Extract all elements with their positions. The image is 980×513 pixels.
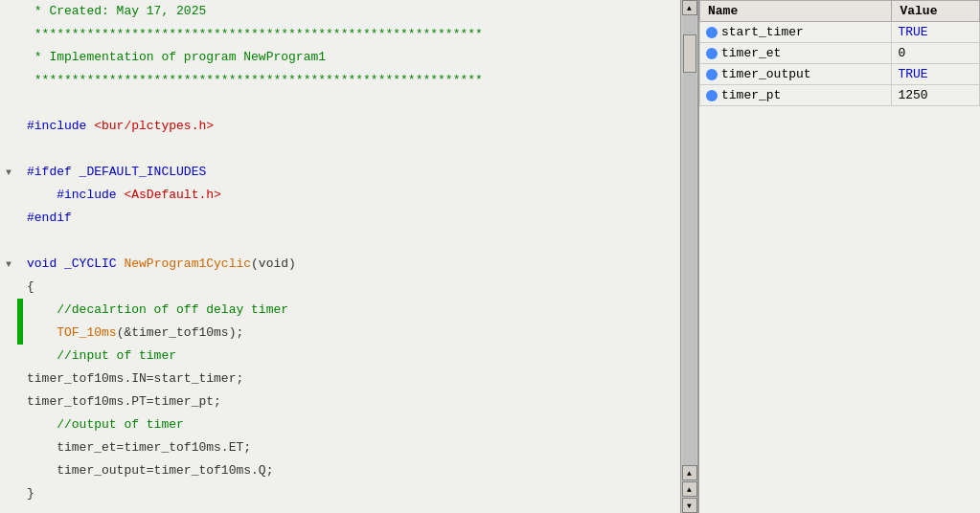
code-line [0,138,697,161]
code-line: timer_output=timer_tof10ms.Q; [0,459,697,482]
line-text: #endif [23,207,697,230]
scroll-thumb[interactable] [683,34,696,73]
line-text: //output of timer [23,413,697,436]
code-editor-panel: * Created: May 17, 2025 ****************… [0,0,699,513]
watch-var-name: timer_pt [721,88,781,102]
scroll-down-btn-2[interactable]: ▲ [682,481,697,497]
watch-name-cell: timer_output [700,64,892,85]
line-text: //decalrtion of off delay timer [23,299,697,322]
line-text [23,138,697,161]
code-line: ▼#ifdef _DEFAULT_INCLUDES [0,161,697,184]
watch-value-cell: TRUE [892,64,980,85]
code-line: TOF_10ms(&timer_tof10ms); [0,322,697,345]
code-line: ****************************************… [0,69,697,92]
fold-gutter [0,482,17,505]
code-line: #include <bur/plctypes.h> [0,115,697,138]
col-value-header: Value [892,1,980,22]
code-line: #include <AsDefault.h> [0,184,697,207]
watch-var-icon [706,48,718,59]
fold-gutter [0,413,17,436]
line-text: timer_tof10ms.IN=start_timer; [23,368,697,390]
watch-var-icon [706,27,718,38]
line-text: #ifdef _DEFAULT_INCLUDES [23,161,697,184]
watch-row[interactable]: timer_outputTRUE [700,64,980,85]
code-line [0,230,697,253]
code-line: //output of timer [0,413,697,436]
line-text [23,92,697,115]
watch-row[interactable]: timer_et0 [700,43,980,64]
scroll-track[interactable] [683,15,696,465]
code-line: * Created: May 17, 2025 [0,0,697,23]
watch-value-cell: TRUE [892,22,980,43]
code-content: * Created: May 17, 2025 ****************… [0,0,697,505]
vertical-scrollbar[interactable]: ▲ ▲ ▲ ▼ [680,0,697,513]
code-line: { [0,276,697,299]
col-name-header: Name [700,1,892,22]
fold-gutter [0,69,17,92]
watch-row[interactable]: start_timerTRUE [700,22,980,43]
fold-gutter[interactable]: ▼ [0,253,17,276]
code-line: timer_tof10ms.IN=start_timer; [0,368,697,390]
watch-value-cell: 1250 [892,85,980,106]
fold-gutter [0,345,17,368]
line-text: void _CYCLIC NewProgram1Cyclic(void) [23,253,697,276]
scroll-down-btn-3[interactable]: ▼ [682,498,697,513]
fold-gutter [0,299,17,322]
line-text: } [23,482,697,505]
fold-gutter [0,322,17,345]
watch-name-cell: timer_et [700,43,892,64]
watch-value-cell: 0 [892,43,980,64]
watch-table: Name Value start_timerTRUEtimer_et0timer… [699,0,980,106]
fold-gutter[interactable]: ▼ [0,161,17,184]
line-text: //input of timer [23,345,697,368]
code-line [0,92,697,115]
watch-name-cell: start_timer [700,22,892,43]
code-line: timer_tof10ms.PT=timer_pt; [0,390,697,413]
line-text: #include <AsDefault.h> [23,184,697,207]
code-line: //decalrtion of off delay timer [0,299,697,322]
line-text: ****************************************… [23,69,697,92]
line-text: TOF_10ms(&timer_tof10ms); [23,322,697,345]
watch-var-name: timer_et [721,46,781,60]
watch-name-cell: timer_pt [700,85,892,106]
watch-var-icon [706,69,718,80]
fold-gutter [0,276,17,299]
fold-gutter [0,459,17,482]
scroll-up-button[interactable]: ▲ [682,0,697,15]
line-text: #include <bur/plctypes.h> [23,115,697,138]
line-text: timer_tof10ms.PT=timer_pt; [23,390,697,413]
fold-gutter [0,138,17,161]
fold-gutter [0,0,17,23]
fold-gutter [0,390,17,413]
line-text: * Implementation of program NewProgram1 [23,46,697,69]
code-line: timer_et=timer_tof10ms.ET; [0,436,697,459]
fold-gutter [0,23,17,46]
code-line: ▼void _CYCLIC NewProgram1Cyclic(void) [0,253,697,276]
watch-panel: Name Value start_timerTRUEtimer_et0timer… [699,0,980,513]
fold-gutter [0,92,17,115]
code-line: #endif [0,207,697,230]
scroll-down-btn-1[interactable]: ▲ [682,465,697,480]
fold-gutter [0,184,17,207]
code-line: * Implementation of program NewProgram1 [0,46,697,69]
fold-gutter [0,436,17,459]
fold-gutter [0,46,17,69]
watch-var-name: start_timer [721,25,804,39]
fold-gutter [0,368,17,390]
line-text: * Created: May 17, 2025 [23,0,697,23]
line-text: ****************************************… [23,23,697,46]
watch-var-name: timer_output [721,67,811,81]
line-text: { [23,276,697,299]
fold-gutter [0,230,17,253]
watch-var-icon [706,90,718,101]
line-text: timer_et=timer_tof10ms.ET; [23,436,697,459]
code-line: ****************************************… [0,23,697,46]
fold-gutter [0,115,17,138]
code-line: } [0,482,697,505]
line-text: timer_output=timer_tof10ms.Q; [23,459,697,482]
code-line: //input of timer [0,345,697,368]
line-text [23,230,697,253]
watch-row[interactable]: timer_pt1250 [700,85,980,106]
fold-gutter [0,207,17,230]
